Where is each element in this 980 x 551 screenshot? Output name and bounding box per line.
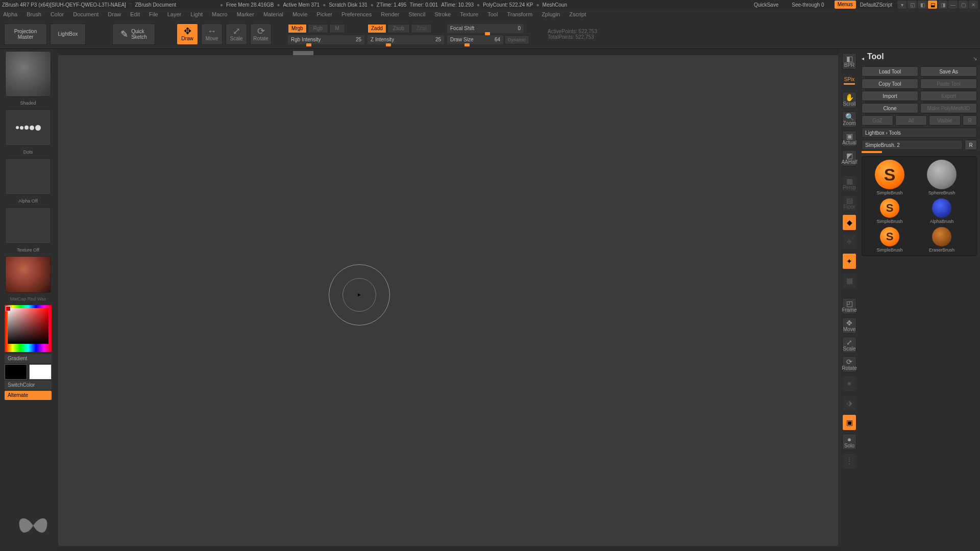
current-tool-label[interactable]: SimpleBrush. 2 xyxy=(862,140,963,150)
scale-nav-button[interactable]: ⤢Scale xyxy=(842,337,856,353)
draw-tool-button[interactable]: ✥Draw xyxy=(177,23,198,45)
paste-tool-button[interactable]: Paste Tool xyxy=(920,79,977,89)
menu-item[interactable]: Texture xyxy=(460,11,478,17)
menu-item[interactable]: Marker xyxy=(237,11,254,17)
solo-button[interactable]: ●Solo xyxy=(842,434,856,450)
menu-item[interactable]: Tool xyxy=(487,11,498,17)
secondary-color-swatch[interactable] xyxy=(29,364,52,380)
zoom-button[interactable]: 🔍Zoom xyxy=(842,111,856,128)
goz-all-button[interactable]: All xyxy=(895,115,927,126)
bpr-button[interactable]: ◧BPR xyxy=(842,53,856,69)
floor-button[interactable]: ▤Floor xyxy=(842,195,856,211)
menu-item[interactable]: Brush xyxy=(27,11,41,17)
main-color-swatch[interactable] xyxy=(5,364,27,380)
menu-item[interactable]: Transform xyxy=(507,11,532,17)
menu-item[interactable]: Color xyxy=(51,11,64,17)
menu-item[interactable]: Macro xyxy=(212,11,228,17)
menu-item[interactable]: Material xyxy=(263,11,283,17)
tool-item[interactable]: EraserBrush xyxy=(917,227,966,253)
menu-item[interactable]: Layer xyxy=(167,11,182,17)
mrgb-button[interactable]: Mrgb xyxy=(288,24,307,33)
menu-item[interactable]: File xyxy=(149,11,158,17)
collapse-icon[interactable]: ◂ xyxy=(862,56,864,61)
move-nav-button[interactable]: ✥Move xyxy=(842,317,856,334)
color-picker[interactable] xyxy=(5,305,52,352)
menus-toggle[interactable]: Menus xyxy=(835,1,856,9)
persp-button[interactable]: ▦Persp xyxy=(842,176,856,192)
draw-size-slider[interactable]: Draw Size 64 xyxy=(447,35,503,44)
polyf-button[interactable]: ▦ xyxy=(842,272,856,289)
tray-icon[interactable]: ▾ xyxy=(897,1,906,9)
switchcolor-button[interactable]: SwitchColor xyxy=(5,381,52,390)
rotate-tool-button[interactable]: ⟳Rotate xyxy=(250,23,272,45)
tool-item[interactable]: SSimpleBrush xyxy=(865,227,914,253)
menu-item[interactable]: Preferences xyxy=(341,11,372,17)
lightbox-button[interactable]: LightBox xyxy=(50,23,86,45)
scroll-button[interactable]: ✋Scroll xyxy=(842,92,856,108)
tool-item[interactable]: SSimpleBrush xyxy=(865,160,914,195)
tray-icon[interactable]: ⬓ xyxy=(928,1,937,9)
actual-button[interactable]: ▣Actual xyxy=(842,131,856,147)
z-intensity-slider[interactable]: Z Intensity 25 xyxy=(368,35,444,44)
copy-tool-button[interactable]: Copy Tool xyxy=(862,79,918,89)
tray-icon[interactable]: ◧ xyxy=(918,1,927,9)
goz-visible-button[interactable]: Visible xyxy=(929,115,961,126)
dynamic-toggle[interactable]: Dynamic xyxy=(504,35,529,44)
default-script[interactable]: DefaultZScript xyxy=(860,2,892,8)
save-as-button[interactable]: Save As xyxy=(920,66,977,77)
move-tool-button[interactable]: ↔Move xyxy=(201,23,223,45)
local-button[interactable]: ◆ xyxy=(842,214,856,231)
alpha-thumb[interactable] xyxy=(5,158,51,195)
menu-item[interactable]: Stroke xyxy=(434,11,451,17)
tool-item[interactable]: SSimpleBrush xyxy=(865,198,914,224)
clone-button[interactable]: Clone xyxy=(862,103,918,113)
load-tool-button[interactable]: Load Tool xyxy=(862,66,918,77)
aahalf-button[interactable]: ◩AAHalf xyxy=(842,150,856,166)
tool-item[interactable]: AlphaBrush xyxy=(917,198,966,224)
zadd-button[interactable]: Zadd xyxy=(368,24,386,33)
projection-master-button[interactable]: Projection Master xyxy=(4,23,47,45)
m-button[interactable]: M xyxy=(329,24,345,33)
zcut-button[interactable]: Zcut xyxy=(411,24,432,33)
menu-item[interactable]: Stencil xyxy=(408,11,425,17)
lightbox-tools-button[interactable]: Lightbox › Tools xyxy=(862,128,977,138)
menu-item[interactable]: Document xyxy=(73,11,99,17)
frame-button[interactable]: ◰Frame xyxy=(842,298,856,314)
tool-r-button[interactable]: R xyxy=(965,140,977,150)
canvas[interactable] xyxy=(58,51,838,546)
scale-tool-button[interactable]: ⤢Scale xyxy=(226,23,247,45)
lsym2-button[interactable]: ✦ xyxy=(842,253,856,269)
menu-item[interactable]: Render xyxy=(381,11,399,17)
render-preview[interactable] xyxy=(5,51,51,97)
focal-shift-slider[interactable]: Focal Shift 0 xyxy=(447,24,524,33)
quicksave-button[interactable]: QuickSave xyxy=(754,2,778,8)
export-button[interactable]: Export xyxy=(920,91,977,101)
lsym-button[interactable]: ✧ xyxy=(842,234,856,250)
close-icon[interactable]: ✕ xyxy=(969,1,978,9)
maximize-icon[interactable]: ▢ xyxy=(959,1,968,9)
xpose-button[interactable]: ⬗ xyxy=(842,395,856,411)
tray-icon[interactable]: ◨ xyxy=(938,1,947,9)
goz-r-button[interactable]: R xyxy=(963,115,977,126)
seethrough-slider[interactable]: See-through 0 xyxy=(792,2,824,8)
menu-item[interactable]: Light xyxy=(190,11,203,17)
texture-thumb[interactable] xyxy=(5,207,51,244)
rgb-button[interactable]: Rgb xyxy=(308,24,328,33)
pin-icon[interactable]: ↘ xyxy=(973,56,977,61)
dynamic-button[interactable]: ▣ xyxy=(842,414,856,431)
make-polymesh-button[interactable]: Make PolyMesh3D xyxy=(920,103,977,113)
material-thumb[interactable] xyxy=(5,256,51,293)
menu-item[interactable]: Picker xyxy=(316,11,332,17)
quicksketch-button[interactable]: ✎ Quick Sketch xyxy=(112,23,155,45)
canvas-top-scrub[interactable] xyxy=(58,51,838,55)
goz-button[interactable]: GoZ xyxy=(862,115,893,126)
menu-item[interactable]: Movie xyxy=(292,11,307,17)
alternate-button[interactable]: Alternate xyxy=(5,391,52,400)
minimize-icon[interactable]: — xyxy=(948,1,958,9)
menu-item[interactable]: Zplugin xyxy=(542,11,560,17)
zsub-button[interactable]: Zsub xyxy=(387,24,410,33)
spix-label[interactable]: SPix xyxy=(842,72,856,89)
extra-button[interactable]: ⋮ xyxy=(842,453,856,469)
gradient-toggle[interactable]: Gradient xyxy=(5,354,52,363)
menu-item[interactable]: Alpha xyxy=(3,11,17,17)
